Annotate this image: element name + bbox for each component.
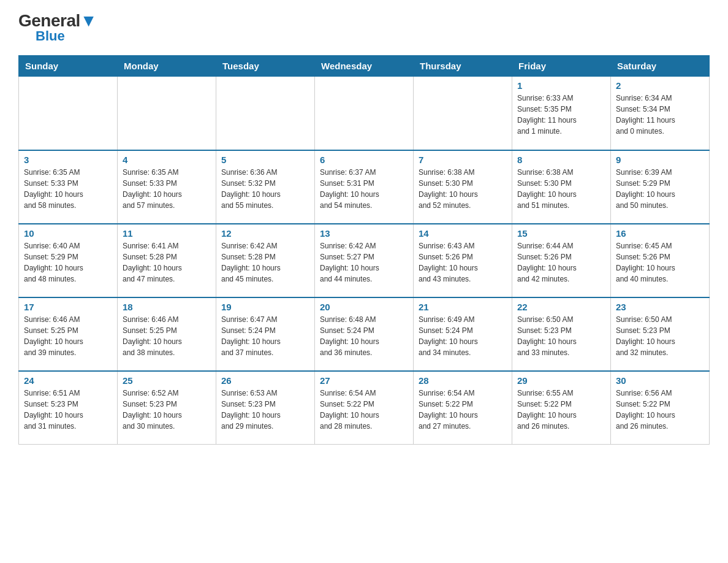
day-info: Sunrise: 6:38 AM Sunset: 5:30 PM Dayligh… xyxy=(419,167,507,211)
weekday-header-thursday: Thursday xyxy=(414,56,512,77)
calendar-cell: 10Sunrise: 6:40 AM Sunset: 5:29 PM Dayli… xyxy=(19,224,118,297)
day-number: 7 xyxy=(419,155,507,165)
day-info: Sunrise: 6:54 AM Sunset: 5:22 PM Dayligh… xyxy=(419,388,507,432)
day-info: Sunrise: 6:47 AM Sunset: 5:24 PM Dayligh… xyxy=(221,314,309,358)
day-number: 18 xyxy=(123,302,211,312)
day-number: 3 xyxy=(24,155,112,165)
day-info: Sunrise: 6:42 AM Sunset: 5:28 PM Dayligh… xyxy=(221,240,309,285)
calendar-cell: 12Sunrise: 6:42 AM Sunset: 5:28 PM Dayli… xyxy=(216,224,315,297)
day-info: Sunrise: 6:46 AM Sunset: 5:25 PM Dayligh… xyxy=(123,314,211,358)
day-info: Sunrise: 6:33 AM Sunset: 5:35 PM Dayligh… xyxy=(517,93,605,137)
day-number: 10 xyxy=(24,228,112,239)
calendar-cell: 30Sunrise: 6:56 AM Sunset: 5:22 PM Dayli… xyxy=(611,371,710,445)
calendar-cell: 13Sunrise: 6:42 AM Sunset: 5:27 PM Dayli… xyxy=(315,224,414,297)
weekday-header-monday: Monday xyxy=(118,56,216,77)
weekday-header-wednesday: Wednesday xyxy=(315,56,414,77)
week-row-3: 10Sunrise: 6:40 AM Sunset: 5:29 PM Dayli… xyxy=(19,224,710,297)
weekday-header-friday: Friday xyxy=(512,56,611,77)
day-number: 23 xyxy=(616,302,704,312)
day-number: 20 xyxy=(320,302,408,312)
calendar-cell: 26Sunrise: 6:53 AM Sunset: 5:23 PM Dayli… xyxy=(216,371,315,445)
day-number: 25 xyxy=(123,375,211,386)
day-info: Sunrise: 6:54 AM Sunset: 5:22 PM Dayligh… xyxy=(320,388,408,432)
day-info: Sunrise: 6:36 AM Sunset: 5:32 PM Dayligh… xyxy=(221,167,309,211)
day-number: 12 xyxy=(221,228,309,239)
day-number: 2 xyxy=(616,80,704,91)
day-number: 1 xyxy=(517,80,605,91)
day-number: 28 xyxy=(419,375,507,386)
week-row-2: 3Sunrise: 6:35 AM Sunset: 5:33 PM Daylig… xyxy=(19,150,710,224)
calendar-cell: 8Sunrise: 6:38 AM Sunset: 5:30 PM Daylig… xyxy=(512,150,611,224)
day-number: 22 xyxy=(517,302,605,312)
day-number: 30 xyxy=(616,375,704,386)
day-number: 26 xyxy=(221,375,309,386)
calendar-cell: 3Sunrise: 6:35 AM Sunset: 5:33 PM Daylig… xyxy=(19,150,118,224)
day-info: Sunrise: 6:35 AM Sunset: 5:33 PM Dayligh… xyxy=(123,167,211,211)
weekday-header-saturday: Saturday xyxy=(611,56,710,77)
day-number: 15 xyxy=(517,228,605,239)
day-number: 8 xyxy=(517,155,605,165)
day-info: Sunrise: 6:34 AM Sunset: 5:34 PM Dayligh… xyxy=(616,93,704,137)
calendar-cell: 14Sunrise: 6:43 AM Sunset: 5:26 PM Dayli… xyxy=(414,224,512,297)
calendar-cell: 4Sunrise: 6:35 AM Sunset: 5:33 PM Daylig… xyxy=(118,150,216,224)
week-row-4: 17Sunrise: 6:46 AM Sunset: 5:25 PM Dayli… xyxy=(19,297,710,371)
day-number: 17 xyxy=(24,302,112,312)
calendar-cell: 29Sunrise: 6:55 AM Sunset: 5:22 PM Dayli… xyxy=(512,371,611,445)
calendar-cell xyxy=(414,77,512,150)
day-info: Sunrise: 6:53 AM Sunset: 5:23 PM Dayligh… xyxy=(221,388,309,432)
day-info: Sunrise: 6:38 AM Sunset: 5:30 PM Dayligh… xyxy=(517,167,605,211)
day-info: Sunrise: 6:46 AM Sunset: 5:25 PM Dayligh… xyxy=(24,314,112,358)
day-info: Sunrise: 6:44 AM Sunset: 5:26 PM Dayligh… xyxy=(517,240,605,285)
day-number: 6 xyxy=(320,155,408,165)
day-info: Sunrise: 6:35 AM Sunset: 5:33 PM Dayligh… xyxy=(24,167,112,211)
weekday-header-sunday: Sunday xyxy=(19,56,118,77)
calendar-cell: 16Sunrise: 6:45 AM Sunset: 5:26 PM Dayli… xyxy=(611,224,710,297)
day-info: Sunrise: 6:43 AM Sunset: 5:26 PM Dayligh… xyxy=(419,240,507,285)
calendar-cell: 9Sunrise: 6:39 AM Sunset: 5:29 PM Daylig… xyxy=(611,150,710,224)
day-info: Sunrise: 6:45 AM Sunset: 5:26 PM Dayligh… xyxy=(616,240,704,285)
day-info: Sunrise: 6:37 AM Sunset: 5:31 PM Dayligh… xyxy=(320,167,408,211)
calendar-cell: 27Sunrise: 6:54 AM Sunset: 5:22 PM Dayli… xyxy=(315,371,414,445)
day-number: 16 xyxy=(616,228,704,239)
day-info: Sunrise: 6:50 AM Sunset: 5:23 PM Dayligh… xyxy=(616,314,704,358)
weekday-header-row: SundayMondayTuesdayWednesdayThursdayFrid… xyxy=(19,56,710,77)
day-number: 24 xyxy=(24,375,112,386)
calendar-cell: 1Sunrise: 6:33 AM Sunset: 5:35 PM Daylig… xyxy=(512,77,611,150)
day-number: 19 xyxy=(221,302,309,312)
calendar-cell: 25Sunrise: 6:52 AM Sunset: 5:23 PM Dayli… xyxy=(118,371,216,445)
logo-triangle-icon: ▼ xyxy=(80,11,97,30)
weekday-header-tuesday: Tuesday xyxy=(216,56,315,77)
calendar-cell: 17Sunrise: 6:46 AM Sunset: 5:25 PM Dayli… xyxy=(19,297,118,371)
day-info: Sunrise: 6:55 AM Sunset: 5:22 PM Dayligh… xyxy=(517,388,605,432)
calendar-cell: 24Sunrise: 6:51 AM Sunset: 5:23 PM Dayli… xyxy=(19,371,118,445)
day-number: 5 xyxy=(221,155,309,165)
calendar-cell: 18Sunrise: 6:46 AM Sunset: 5:25 PM Dayli… xyxy=(118,297,216,371)
calendar-cell: 5Sunrise: 6:36 AM Sunset: 5:32 PM Daylig… xyxy=(216,150,315,224)
calendar-cell xyxy=(216,77,315,150)
day-info: Sunrise: 6:51 AM Sunset: 5:23 PM Dayligh… xyxy=(24,388,112,432)
calendar-cell: 15Sunrise: 6:44 AM Sunset: 5:26 PM Dayli… xyxy=(512,224,611,297)
day-info: Sunrise: 6:49 AM Sunset: 5:24 PM Dayligh… xyxy=(419,314,507,358)
day-number: 4 xyxy=(123,155,211,165)
calendar-cell xyxy=(118,77,216,150)
day-info: Sunrise: 6:52 AM Sunset: 5:23 PM Dayligh… xyxy=(123,388,211,432)
calendar-cell: 21Sunrise: 6:49 AM Sunset: 5:24 PM Dayli… xyxy=(414,297,512,371)
week-row-5: 24Sunrise: 6:51 AM Sunset: 5:23 PM Dayli… xyxy=(19,371,710,445)
day-number: 14 xyxy=(419,228,507,239)
day-info: Sunrise: 6:48 AM Sunset: 5:24 PM Dayligh… xyxy=(320,314,408,358)
calendar-table: SundayMondayTuesdayWednesdayThursdayFrid… xyxy=(18,55,710,445)
header: General▼ Blue xyxy=(18,12,710,43)
day-info: Sunrise: 6:40 AM Sunset: 5:29 PM Dayligh… xyxy=(24,240,112,285)
day-number: 13 xyxy=(320,228,408,239)
logo-blue-text: Blue xyxy=(36,29,65,43)
day-info: Sunrise: 6:50 AM Sunset: 5:23 PM Dayligh… xyxy=(517,314,605,358)
calendar-cell: 28Sunrise: 6:54 AM Sunset: 5:22 PM Dayli… xyxy=(414,371,512,445)
calendar-cell: 19Sunrise: 6:47 AM Sunset: 5:24 PM Dayli… xyxy=(216,297,315,371)
logo: General▼ Blue xyxy=(18,12,97,43)
day-number: 9 xyxy=(616,155,704,165)
day-number: 21 xyxy=(419,302,507,312)
calendar-cell: 23Sunrise: 6:50 AM Sunset: 5:23 PM Dayli… xyxy=(611,297,710,371)
calendar-cell: 20Sunrise: 6:48 AM Sunset: 5:24 PM Dayli… xyxy=(315,297,414,371)
day-number: 11 xyxy=(123,228,211,239)
day-number: 27 xyxy=(320,375,408,386)
